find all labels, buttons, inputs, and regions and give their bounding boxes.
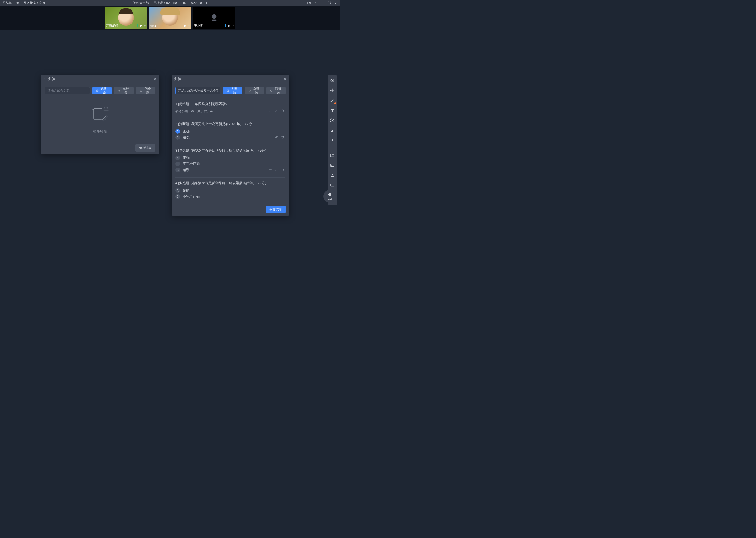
- move-icon[interactable]: [268, 135, 272, 140]
- choice-button[interactable]: 选择题: [114, 87, 133, 94]
- panel-title: 测验: [174, 77, 181, 81]
- raise-hand-badge[interactable]: 0/2: [323, 190, 337, 203]
- svg-point-1: [315, 2, 316, 3]
- svg-point-21: [107, 108, 108, 108]
- true-false-button[interactable]: 判断题: [223, 87, 242, 94]
- mic-icon: [144, 24, 146, 28]
- video-tile-student[interactable]: × 王小明: [193, 7, 235, 29]
- camera-off-icon: [228, 24, 231, 28]
- svg-rect-10: [233, 25, 234, 26]
- pointer-tool-icon[interactable]: [329, 77, 336, 83]
- svg-rect-13: [140, 90, 142, 92]
- quiz-name-input[interactable]: [175, 87, 220, 94]
- question-item: 4 [多选题] 施华洛世奇是反华品牌，所以梁鼎琪反华。（2分） A是的 B不完全…: [175, 178, 285, 199]
- hand-count: 0/2: [328, 197, 332, 200]
- media-tool-icon[interactable]: [329, 162, 336, 168]
- mic-icon: [188, 24, 190, 28]
- question-item: 3 [单选题] 施华洛世奇是反华品牌，所以梁鼎琪反华。（2分） A正确 B不完全…: [175, 145, 285, 178]
- save-quiz-button[interactable]: 保存试卷: [266, 206, 286, 213]
- question-title: 2 [判断题] 我国宪法上一次更新是在2020年。（2分）: [175, 122, 285, 126]
- chat-tool-icon[interactable]: [329, 182, 336, 188]
- svg-point-23: [249, 90, 251, 91]
- scissors-tool-icon[interactable]: [329, 117, 336, 124]
- question-title: 4 [多选题] 施华洛世奇是反华品牌，所以梁鼎琪反华。（2分）: [175, 181, 285, 186]
- quiz-name-input[interactable]: [45, 87, 90, 94]
- text-tool-icon[interactable]: [329, 107, 336, 114]
- color-tool-icon[interactable]: [329, 137, 336, 143]
- svg-rect-11: [96, 89, 98, 91]
- user-tool-icon[interactable]: [329, 172, 336, 178]
- option-row[interactable]: A正确: [175, 129, 285, 134]
- camera-icon: [139, 24, 143, 28]
- close-icon[interactable]: ×: [188, 7, 190, 11]
- svg-point-12: [118, 90, 120, 92]
- participant-name: 叮当老师: [106, 24, 118, 28]
- delete-icon[interactable]: [281, 168, 285, 172]
- folder-tool-icon[interactable]: [329, 152, 336, 158]
- close-icon[interactable]: ×: [233, 7, 234, 11]
- svg-point-28: [332, 139, 333, 141]
- close-icon[interactable]: ✕: [153, 77, 157, 81]
- fullscreen-icon[interactable]: [328, 1, 331, 5]
- option-row[interactable]: A正确: [175, 155, 285, 160]
- quiz-panel-filled: 测验 ✕ 判断题 选择题 简答题 1 [简答题] 一年四季分别是哪四季?: [172, 75, 289, 216]
- edit-icon[interactable]: [275, 135, 278, 140]
- svg-rect-29: [330, 164, 334, 167]
- question-list[interactable]: 1 [简答题] 一年四季分别是哪四季? 参考答案：春、夏、秋、冬 2 [判断题]…: [175, 98, 286, 199]
- question-item: 2 [判断题] 我国宪法上一次更新是在2020年。（2分） A正确 B错误: [175, 119, 285, 145]
- eraser-tool-icon[interactable]: [329, 127, 336, 134]
- short-answer-button[interactable]: 简答题: [266, 87, 286, 94]
- pen-tool-icon[interactable]: [329, 97, 336, 103]
- option-row[interactable]: B不完全正确: [175, 194, 285, 199]
- option-row[interactable]: B不完全正确: [175, 162, 285, 166]
- window-close-icon[interactable]: [334, 1, 338, 5]
- svg-point-30: [331, 165, 332, 166]
- edit-icon[interactable]: [275, 168, 278, 172]
- svg-rect-6: [189, 25, 190, 26]
- video-tile-teacher[interactable]: 叮当老师: [105, 7, 147, 29]
- move-icon[interactable]: [268, 168, 272, 172]
- mic-icon: [232, 24, 234, 28]
- network-status: 网络状态：良好: [24, 1, 45, 5]
- move-tool-icon[interactable]: [329, 87, 336, 93]
- close-icon[interactable]: ✕: [283, 77, 287, 81]
- option-row[interactable]: C错误: [175, 168, 285, 172]
- svg-point-7: [212, 15, 216, 19]
- delete-icon[interactable]: [281, 109, 285, 114]
- question-title: 3 [单选题] 施华洛世奇是反华品牌，所以梁鼎琪反华。（2分）: [175, 148, 285, 153]
- svg-point-31: [332, 174, 333, 175]
- minimize-icon[interactable]: [321, 1, 324, 5]
- participant-name: 王小明: [194, 24, 204, 28]
- move-icon[interactable]: [268, 109, 272, 114]
- settings-icon[interactable]: [314, 1, 318, 5]
- svg-point-19: [105, 108, 105, 108]
- packet-loss: 丢包率：0%: [2, 1, 19, 5]
- participant-name: Nina: [150, 25, 157, 28]
- top-status-bar: 丢包率：0% 网络状态：良好 神秘大自然 已上课：02:34:09 ID：202…: [0, 0, 340, 6]
- back-icon[interactable]: [44, 77, 46, 81]
- svg-rect-0: [307, 2, 309, 4]
- question-item: 1 [简答题] 一年四季分别是哪四季? 参考答案：春、夏、秋、冬: [175, 98, 285, 119]
- webcam-off-icon: [209, 13, 219, 23]
- save-quiz-button[interactable]: 保存试卷: [135, 144, 155, 152]
- edit-icon[interactable]: [275, 109, 278, 114]
- svg-rect-32: [330, 184, 334, 186]
- course-title: 神秘大自然: [133, 1, 149, 5]
- video-tile-student[interactable]: × Nina: [149, 7, 191, 29]
- delete-icon[interactable]: [281, 135, 285, 140]
- option-row[interactable]: A是的: [175, 188, 285, 193]
- svg-point-27: [330, 121, 332, 122]
- option-row[interactable]: B错误: [175, 135, 285, 140]
- video-strip: 叮当老师 × Nina × 王小明: [0, 6, 340, 30]
- svg-rect-5: [184, 25, 186, 27]
- svg-rect-24: [271, 90, 272, 91]
- svg-rect-14: [94, 109, 102, 120]
- elapsed-time: 已上课：02:34:09: [154, 1, 178, 5]
- question-actions: [268, 109, 285, 114]
- choice-button[interactable]: 选择题: [245, 87, 264, 94]
- true-false-button[interactable]: 判断题: [92, 87, 112, 94]
- panel-title: 测验: [48, 77, 55, 81]
- quiz-panel-empty: 测验 ✕ 判断题 选择题 简答题: [41, 75, 159, 154]
- short-answer-button[interactable]: 简答题: [136, 87, 155, 94]
- camera-toggle-icon[interactable]: [307, 1, 311, 5]
